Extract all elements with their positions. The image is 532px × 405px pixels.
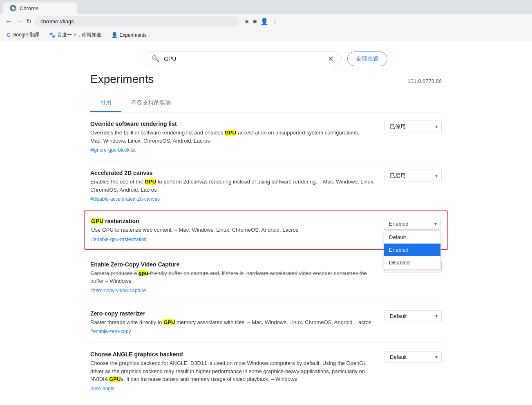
dropdown-wrapper: Default Enabled Disabled ▾ [384,310,442,322]
forward-icon[interactable]: → [16,17,23,26]
gpu-highlight: gpu [139,270,148,276]
experiments-person-icon: 👤 [111,32,118,38]
dropdown-gpu-rasterization[interactable]: Default Enabled Disabled [384,218,441,230]
experiment-info: Enable Zero-Copy Video Capture Camera pr… [90,261,376,293]
dropdown-options-panel: Default Enabled Disabled [384,230,441,269]
address-bar-row: ← → ↻ chrome://flags ★ ■ 👤 ⋮ [0,14,532,29]
tab-favicon [10,5,16,11]
page-title: Experiments [90,73,154,86]
clear-search-icon[interactable]: ✕ [328,55,334,63]
bookmark-star-icon[interactable]: ★ [244,18,250,25]
experiment-title: Override software rendering list [90,121,376,127]
experiment-link[interactable]: #enable-zero-copy [90,329,131,334]
bookmark-experiments[interactable]: 👤 Experiments [110,31,148,39]
tab-title: Chrome [20,5,38,11]
back-icon[interactable]: ← [5,17,12,26]
experiment-desc: Enables the use of the GPU to perform 2d… [90,178,376,194]
google-translate-icon: G [7,32,11,38]
dropdown-option-enabled[interactable]: Enabled [384,244,440,256]
experiment-control: 已停用 Default Enabled ▾ [384,121,442,132]
gpu-highlight: GPU [225,130,236,136]
experiment-control: Default Enabled Disabled ▾ Default Enabl… [384,218,441,230]
version-text: 131.0.6778.86 [408,78,442,84]
experiment-desc: Use GPU to rasterize web content. – Mac,… [91,226,376,234]
baidu-paw-icon: 🐾 [49,32,56,38]
tab-available[interactable]: 可用 [90,94,121,112]
experiment-title: Accelerated 2D canvas [90,170,376,176]
gpu-highlight: GPU [109,376,121,382]
browser-chrome: Chrome ← → ↻ chrome://flags ★ ■ 👤 ⋮ G Go… [0,0,532,41]
experiment-info: Accelerated 2D canvas Enables the use of… [90,170,376,202]
dropdown-zero-copy-rasterizer[interactable]: Default Enabled Disabled [384,310,442,322]
dropdown-wrapper: Default Enabled Disabled ▾ [384,351,442,363]
experiment-link[interactable]: #use-angle [90,386,114,392]
experiment-desc: Overrides the built-in software renderin… [90,129,376,145]
experiment-item-angle-graphics: Choose ANGLE graphics backend Choose the… [90,343,442,400]
experiment-info: Override software rendering list Overrid… [90,121,376,153]
reset-all-button[interactable]: 全部重置 [347,51,387,66]
experiment-link[interactable]: #zero-copy-video-capture [90,288,146,293]
dropdown-option-disabled[interactable]: Disabled [384,256,440,269]
bookmark-google-translate[interactable]: G Google 翻譯 [5,31,41,39]
dropdown-wrapper: Default Enabled Disabled ▾ [384,218,441,230]
svg-point-1 [12,7,14,9]
experiment-control: Default Enabled Disabled ▾ [384,310,442,322]
experiment-title: GPU rasterization [91,218,376,224]
address-bar[interactable]: chrome://flags [35,16,239,27]
experiment-info: Zero-copy rasterizer Raster threads writ… [90,310,376,335]
tab-bar: Chrome [0,0,532,14]
tabs-row: 可用 不受支持的实验 [90,94,442,112]
experiment-info: GPU rasterization Use GPU to rasterize w… [91,218,376,242]
gpu-highlight-title: GPU [91,218,103,224]
dropdown-accelerated-2d[interactable]: 已启用 Default Disabled [384,170,442,181]
experiments-container: Experiments 131.0.6778.86 可用 不受支持的实验 Ove… [82,73,450,405]
experiments-header: Experiments 131.0.6778.86 [90,73,442,86]
bookmarks-bar: G Google 翻譯 🐾 百度一下，你就知道 👤 Experiments [0,29,532,41]
menu-icon[interactable]: ⋮ [272,18,278,25]
experiment-desc: Camera produces a gpu-friendly buffer on… [90,269,376,285]
page-content: 🔍 ✕ 全部重置 Experiments 131.0.6778.86 可用 不受… [0,41,532,405]
gpu-highlight: GPU [145,179,156,185]
experiment-item-accelerated-2d-canvas: Accelerated 2D canvas Enables the use of… [90,161,442,210]
extension-icon[interactable]: ■ [253,18,257,25]
search-section: 🔍 ✕ 全部重置 [0,41,532,73]
experiment-control: 已启用 Default Disabled ▾ [384,170,442,181]
experiment-info: Choose ANGLE graphics backend Choose the… [90,351,376,392]
experiment-item-zero-copy-rasterizer: Zero-copy rasterizer Raster threads writ… [90,302,442,343]
experiment-link[interactable]: #ignore-gpu-blocklist [90,147,136,153]
experiment-item-gpu-rasterization: GPU rasterization Use GPU to rasterize w… [84,210,448,250]
dropdown-wrapper: 已启用 Default Disabled ▾ [384,170,442,181]
browser-tab[interactable]: Chrome [3,2,77,14]
experiment-title: Choose ANGLE graphics backend [90,351,376,358]
search-input[interactable] [164,56,324,62]
gpu-highlight: GPU [163,319,175,325]
reload-icon[interactable]: ↻ [26,18,31,25]
experiment-desc: Choose the graphics backend for ANGLE. D… [90,359,376,383]
search-box: 🔍 ✕ [145,51,341,66]
dropdown-option-default[interactable]: Default [384,231,440,244]
experiment-title-text: Override software rendering list [90,121,177,127]
profile-icon[interactable]: 👤 [260,18,268,25]
experiment-link[interactable]: #enable-gpu-rasterization [91,237,147,242]
dropdown-wrapper: 已停用 Default Enabled ▾ [384,121,442,132]
experiment-link[interactable]: #disable-accelerated-2d-canvas [90,196,160,202]
bookmark-baidu[interactable]: 🐾 百度一下，你就知道 [47,31,103,39]
tab-unsupported[interactable]: 不受支持的实验 [121,94,181,112]
experiment-title: Zero-copy rasterizer [90,310,376,317]
search-icon: 🔍 [152,55,160,63]
dropdown-angle-graphics[interactable]: Default Enabled Disabled [384,351,442,363]
experiment-title: Enable Zero-Copy Video Capture [90,261,376,268]
experiment-item-override-software-rendering: Override software rendering list Overrid… [90,112,442,161]
dropdown-override-software[interactable]: 已停用 Default Enabled [384,121,442,132]
experiment-desc: Raster threads write directly to GPU mem… [90,318,376,327]
experiment-control: Default Enabled Disabled ▾ [384,351,442,363]
